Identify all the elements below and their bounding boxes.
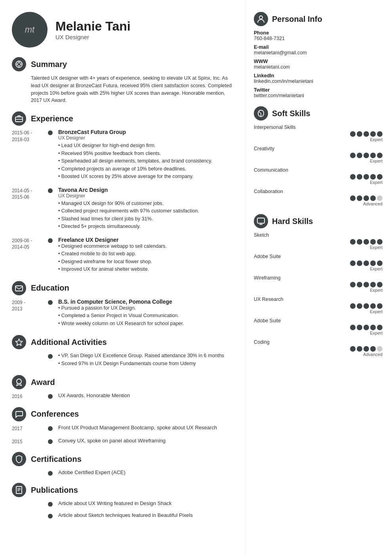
bullet: Created mobile to do list web app. (58, 251, 234, 258)
skill-dot (377, 260, 382, 266)
skill-dot (377, 346, 382, 352)
skill-dot (363, 195, 369, 201)
dot (48, 471, 53, 476)
skill-dot (363, 325, 369, 330)
skill-level: Expert (370, 180, 382, 185)
skill-dots (350, 195, 382, 201)
skill-dot (350, 325, 356, 330)
personal-info-fields: Phone 760-848-7321 E-mail melanietani@gm… (254, 30, 382, 98)
bullet: Completed a Senior Project in Visual Com… (58, 312, 234, 320)
award-header: Award (12, 375, 234, 389)
content: Article about UX Writing featured in Des… (55, 500, 234, 507)
skill-name: UX Research (254, 297, 382, 302)
dot (48, 439, 53, 444)
skill-dot (350, 260, 356, 266)
skill-level: Expert (370, 331, 382, 335)
skill-dot (370, 260, 376, 266)
skill-dots (350, 153, 382, 158)
skill-dot (357, 153, 362, 158)
education-entries: 2009 -2013 B.S. in Computer Science, Pom… (12, 299, 234, 328)
skill-level: Advanced (363, 201, 382, 206)
skill-row: Creativity Expert (254, 146, 382, 163)
conference-entry: 2017 Front UX Product Management Bootcam… (12, 425, 234, 432)
skill-row: Wireframing Expert (254, 275, 382, 293)
skill-name: Creativity (254, 146, 382, 151)
skill-dot (357, 346, 362, 352)
additional-icon (12, 335, 26, 349)
skill-dot (370, 346, 376, 352)
conferences-entries: 2017 Front UX Product Management Bootcam… (12, 425, 234, 445)
skill-dot (357, 195, 362, 201)
info-label: E-mail (254, 44, 382, 50)
certifications-section: Certifications Adobe Certified Expert (A… (12, 452, 234, 476)
bullets: Managed UX design for 90% of customer jo… (58, 200, 234, 230)
info-row: LinkedIn linkedin.com/in/melanietani (254, 73, 382, 84)
award-section: Award 2016 UX Awards, Honorable Mention (12, 375, 234, 400)
skill-level: Advanced (363, 352, 382, 357)
dot (48, 354, 53, 359)
publications-section: Publications Article about UX Writing fe… (12, 483, 234, 519)
conference-text: Front UX Product Management Bootcamp, sp… (58, 425, 217, 431)
company: Freelance UX Designer (58, 237, 234, 243)
dot-col (46, 512, 55, 519)
skill-dots (350, 239, 382, 245)
skill-name: Sketch (254, 232, 382, 238)
svg-rect-16 (257, 218, 265, 223)
skill-dots (350, 131, 382, 137)
svg-point-1 (17, 63, 21, 66)
experience-title: Experience (31, 114, 73, 123)
skill-dot (357, 303, 362, 309)
certifications-entries: Adobe Certified Expert (ACE) (12, 469, 234, 476)
skill-dots-wrapper: Advanced (254, 195, 382, 206)
dot (48, 300, 53, 305)
bullet: VP, San Diego UX Excellence Group. Raise… (58, 352, 234, 360)
certifications-title: Certifications (31, 455, 82, 464)
hard-skills-icon (254, 214, 268, 228)
publications-icon (12, 483, 26, 497)
bullets: Lead UX designer for high-end design fir… (58, 142, 234, 180)
skill-dot (363, 153, 369, 158)
skill-dot (350, 303, 356, 309)
skill-dots-wrapper: Expert (254, 239, 382, 250)
date (12, 352, 46, 368)
dot-col (46, 500, 55, 507)
bullet: Completed projects an average of 10% bef… (58, 166, 234, 173)
info-row: WWW melanietani.com (254, 59, 382, 70)
content: BronzeCast Futura Group UX Designer Lead… (55, 129, 234, 181)
company: Tavona Arc Design (58, 187, 234, 193)
candidate-name: Melanie Tani (55, 19, 131, 34)
conference-text: Convey UX, spoke on panel about Wirefram… (58, 438, 166, 444)
content: Adobe Certified Expert (ACE) (55, 469, 234, 476)
dot-col (46, 352, 55, 368)
skill-name: Adobe Suite (254, 254, 382, 259)
bullet: Improved UX for animal shelter website. (58, 266, 234, 273)
skill-level: Expert (370, 137, 382, 142)
skill-row: Adobe Suite Expert (254, 318, 382, 335)
date: 2015-06 -2018-03 (12, 129, 46, 181)
bullet: Directed 5+ projects simultaneously. (58, 223, 234, 230)
bullets: Designed ecommerce webapp to sell calend… (58, 243, 234, 273)
skill-dot (357, 260, 362, 266)
skill-level: Expert (370, 159, 382, 163)
bullet: Designed ecommerce webapp to sell calend… (58, 243, 234, 250)
conferences-header: Conferences (12, 407, 234, 421)
award-text: UX Awards, Honorable Mention (58, 392, 130, 398)
date (12, 469, 46, 476)
info-value: melanietani@gmail.com (254, 50, 382, 56)
education-header: Education (12, 281, 234, 295)
dot-col (46, 237, 55, 274)
skill-dot (363, 239, 369, 245)
content: Tavona Arc Design UX Designer Managed UX… (55, 187, 234, 231)
education-title: Education (31, 283, 69, 293)
dot-col (46, 469, 55, 476)
dot (48, 502, 53, 507)
certification-entry: Adobe Certified Expert (ACE) (12, 469, 234, 476)
skill-level: Expert (370, 266, 382, 271)
conferences-title: Conferences (31, 410, 79, 419)
dot (48, 394, 53, 399)
publications-header: Publications (12, 483, 234, 497)
info-value: 760-848-7321 (254, 36, 382, 41)
svg-rect-11 (16, 486, 22, 494)
skill-name: Wireframing (254, 275, 382, 281)
publication-entry: Article about UX Writing featured in Des… (12, 500, 234, 507)
